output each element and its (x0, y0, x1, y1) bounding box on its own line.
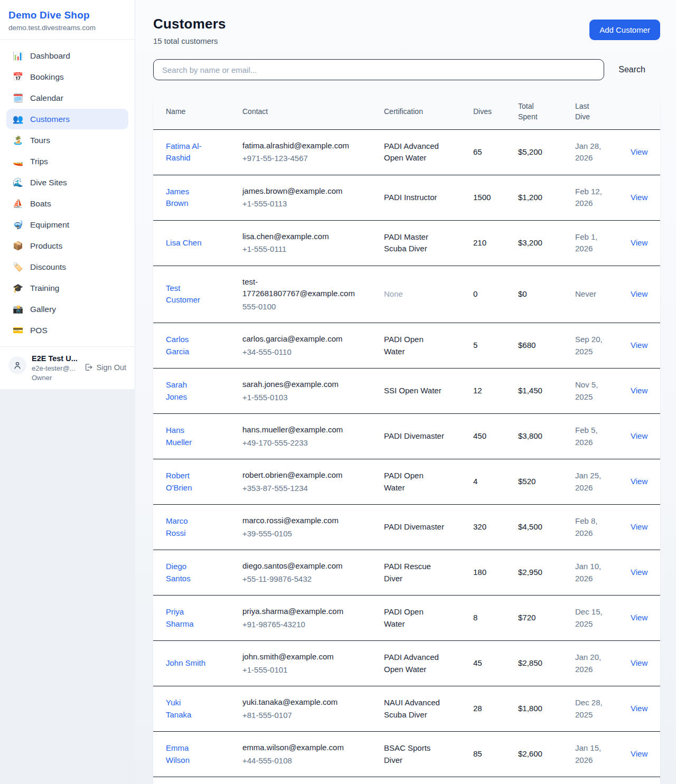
view-customer-link[interactable]: View (631, 658, 647, 667)
sidebar-item-dive-sites[interactable]: 🌊 Dive Sites (6, 172, 128, 193)
view-customer-link[interactable]: View (631, 289, 647, 298)
customer-name-link[interactable]: Sarah Jones (166, 380, 187, 401)
view-customer-link[interactable]: View (631, 477, 647, 486)
view-customer-link[interactable]: View (631, 568, 647, 577)
customer-dives: 65 (461, 129, 505, 175)
customer-total-spent: $2,600 (505, 732, 562, 777)
customer-name-link[interactable]: Yuki Tanaka (166, 698, 191, 719)
table-row: Sarah Jones sarah.jones@example.com +1-5… (153, 369, 660, 414)
sidebar-item-boats[interactable]: ⛵ Boats (6, 193, 128, 214)
customer-name-link[interactable]: Marco Rossi (166, 516, 188, 537)
customer-phone: +1-555-0101 (242, 664, 356, 676)
shop-title: Demo Dive Shop (8, 10, 126, 21)
table-row: Fatima Al-Rashid fatima.alrashid@example… (153, 129, 660, 175)
sidebar-user-footer: E2E Test U... e2e-tester@... Owner Sign … (0, 346, 135, 389)
customer-name-link[interactable]: Lisa Chen (166, 238, 202, 247)
customer-certification: PADI Advanced Open Water (371, 641, 461, 686)
customer-phone: 555-0100 (242, 301, 356, 313)
customer-name-link[interactable]: James Brown (166, 187, 189, 208)
column-header-name: Name (153, 94, 230, 129)
view-customer-link[interactable]: View (631, 147, 647, 156)
view-customer-link[interactable]: View (631, 238, 647, 247)
sidebar-item-pos[interactable]: 💳 POS (6, 320, 128, 341)
column-header-total-spent: Total Spent (505, 94, 562, 129)
bookings-icon: 📅 (13, 72, 23, 82)
customer-phone: +49-170-555-2233 (242, 437, 356, 449)
sidebar-item-gallery[interactable]: 📸 Gallery (6, 299, 128, 319)
sidebar-item-customers[interactable]: 👥 Customers (6, 109, 128, 129)
view-customer-link[interactable]: View (631, 704, 647, 713)
table-row: Emma Wilson emma.wilson@example.com +44-… (153, 732, 660, 777)
user-role: Owner (32, 374, 79, 382)
view-customer-link[interactable]: View (631, 749, 647, 758)
customer-email: john.smith@example.com (242, 651, 356, 663)
customer-name-link[interactable]: Diego Santos (166, 562, 191, 583)
view-customer-link[interactable]: View (631, 193, 647, 202)
shop-domain: demo.test.divestreams.com (8, 24, 126, 32)
sidebar-nav: 📊 Dashboard 📅 Bookings 🗓️ Calendar 👥 Cus… (0, 40, 135, 346)
sidebar-item-equipment[interactable]: 🤿 Equipment (6, 214, 128, 235)
customer-name-link[interactable]: Priya Sharma (166, 607, 194, 628)
search-button[interactable]: Search (618, 61, 645, 79)
customer-total-spent: $0 (505, 266, 562, 323)
table-row: Keiko Yamamoto keiko.yamamoto@example.co… (153, 777, 660, 784)
sidebar-item-label: Gallery (30, 305, 56, 314)
sidebar-item-calendar[interactable]: 🗓️ Calendar (6, 88, 128, 108)
sign-out-button[interactable]: Sign Out (84, 363, 126, 372)
customer-certification: BSAC Sports Diver (371, 732, 461, 777)
customer-total-spent: $1,450 (505, 369, 562, 414)
customer-phone: +353-87-555-1234 (242, 483, 356, 495)
page-title: Customers (153, 16, 226, 32)
customer-name-link[interactable]: John Smith (166, 658, 205, 667)
customer-certification: PADI Open Water (371, 323, 461, 369)
view-customer-link[interactable]: View (631, 613, 647, 622)
table-row: Yuki Tanaka yuki.tanaka@example.com +81-… (153, 686, 660, 732)
customer-certification: PADI Instructor (371, 175, 461, 220)
sidebar-item-label: Calendar (30, 93, 63, 103)
customer-last-dive: Jan 28, 2026 (562, 129, 618, 175)
sidebar-item-tours[interactable]: 🏝️ Tours (6, 130, 128, 150)
customer-certification: PADI Divemaster (371, 414, 461, 459)
search-input[interactable] (153, 59, 604, 80)
sidebar-item-discounts[interactable]: 🏷️ Discounts (6, 257, 128, 277)
sidebar-item-training[interactable]: 🎓 Training (6, 278, 128, 298)
customer-dives: 450 (461, 414, 505, 459)
customer-phone: +81-555-0107 (242, 710, 356, 722)
sidebar-item-label: Equipment (30, 220, 69, 230)
sidebar-item-products[interactable]: 📦 Products (6, 235, 128, 256)
pos-icon: 💳 (13, 325, 23, 335)
customer-name-link[interactable]: Fatima Al-Rashid (166, 141, 202, 163)
customer-name-link[interactable]: Hans Mueller (166, 426, 192, 447)
boats-icon: ⛵ (13, 199, 23, 209)
customer-last-dive: Never (562, 266, 618, 323)
sidebar-item-dashboard[interactable]: 📊 Dashboard (6, 45, 128, 66)
trips-icon: 🚤 (13, 156, 23, 166)
customer-last-dive: Dec 28, 2025 (562, 686, 618, 732)
user-icon (13, 361, 22, 370)
customer-name-link[interactable]: Test Customer (166, 284, 200, 305)
customer-email: diego.santos@example.com (242, 560, 356, 572)
sidebar-item-trips[interactable]: 🚤 Trips (6, 151, 128, 172)
customer-certification: PADI Divemaster (371, 505, 461, 550)
view-customer-link[interactable]: View (631, 341, 647, 350)
customer-name-link[interactable]: Carlos Garcia (166, 335, 189, 356)
view-customer-link[interactable]: View (631, 431, 647, 440)
view-customer-link[interactable]: View (631, 522, 647, 531)
sidebar-item-label: Bookings (30, 72, 64, 82)
customer-dives: 8 (461, 596, 505, 641)
customer-dives: 95 (461, 777, 505, 784)
sidebar-item-label: Discounts (30, 262, 66, 272)
products-icon: 📦 (13, 241, 23, 251)
customer-last-dive: Feb 5, 2026 (562, 414, 618, 459)
customer-name-link[interactable]: Emma Wilson (166, 743, 190, 764)
customer-email: robert.obrien@example.com (242, 469, 356, 481)
customer-name-link[interactable]: Robert O'Brien (166, 471, 192, 492)
sidebar-item-bookings[interactable]: 📅 Bookings (6, 67, 128, 87)
view-customer-link[interactable]: View (631, 386, 647, 395)
customer-dives: 5 (461, 323, 505, 369)
customer-certification: PADI Rescue Diver (371, 550, 461, 596)
sidebar-item-label: Trips (30, 157, 48, 166)
customer-dives: 180 (461, 550, 505, 596)
add-customer-button[interactable]: Add Customer (589, 20, 660, 40)
sidebar-item-label: Dashboard (30, 51, 70, 61)
